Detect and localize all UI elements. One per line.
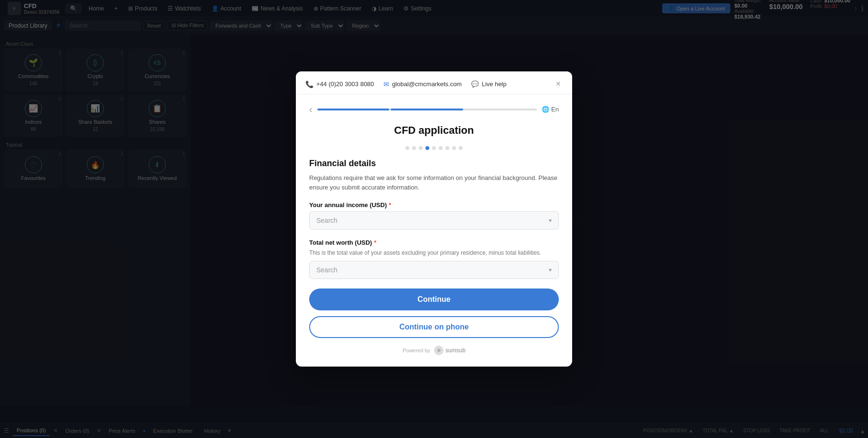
live-help-link[interactable]: 💬 Live help (471, 80, 506, 88)
modal-close-button[interactable]: × (554, 79, 563, 89)
progress-seg-1 (317, 109, 390, 110)
chat-icon: 💬 (471, 80, 479, 88)
globe-icon: 🌐 (542, 106, 549, 113)
dot-6 (439, 146, 443, 150)
modal-header: 📞 +44 (0)20 3003 8080 ✉ global@cmcmarket… (296, 71, 572, 94)
dot-7 (445, 146, 449, 150)
dot-3 (419, 146, 423, 150)
annual-income-dropdown[interactable]: Search ▾ (309, 211, 559, 229)
email-contact: ✉ global@cmcmarkets.com (384, 80, 462, 88)
language-label: En (551, 106, 559, 113)
section-description: Regulations require that we ask for some… (309, 173, 559, 192)
sumsub-icon: ⊛ (434, 346, 444, 355)
phone-number: +44 (0)20 3003 8080 (316, 80, 374, 88)
sumsub-name: sumsub (445, 347, 465, 354)
annual-income-placeholder: Search (316, 217, 337, 224)
powered-by: Powered by ⊛ sumsub (309, 346, 559, 355)
dot-1 (405, 146, 409, 150)
chevron-down-icon-2: ▾ (549, 267, 552, 273)
email-icon: ✉ (384, 80, 389, 88)
modal-body: ‹ 🌐 En CFD application (296, 94, 572, 367)
required-star-income: * (389, 201, 391, 209)
modal-title: CFD application (309, 124, 559, 137)
cfd-application-modal: 📞 +44 (0)20 3003 8080 ✉ global@cmcmarket… (296, 71, 572, 367)
chevron-down-icon: ▾ (549, 217, 552, 224)
phone-contact: 📞 +44 (0)20 3003 8080 (305, 80, 374, 88)
modal-overlay[interactable]: 📞 +44 (0)20 3003 8080 ✉ global@cmcmarket… (0, 0, 868, 438)
contact-info: 📞 +44 (0)20 3003 8080 ✉ global@cmcmarket… (305, 80, 506, 88)
email-address: global@cmcmarkets.com (392, 80, 462, 88)
progress-bar-row: ‹ 🌐 En (309, 104, 559, 115)
dot-4 (425, 146, 429, 150)
live-help-label: Live help (482, 80, 506, 88)
progress-track (317, 109, 537, 110)
continue-phone-button[interactable]: Continue on phone (309, 316, 559, 338)
sumsub-logo: ⊛ sumsub (434, 346, 465, 355)
annual-income-label: Your annual income (USD) * (309, 201, 559, 209)
required-star-net-worth: * (374, 239, 376, 246)
continue-button[interactable]: Continue (309, 289, 559, 310)
language-button[interactable]: 🌐 En (542, 106, 559, 113)
back-button[interactable]: ‹ (309, 104, 313, 115)
dot-2 (412, 146, 416, 150)
dot-5 (432, 146, 436, 150)
progress-seg-3 (464, 109, 537, 110)
progress-seg-2 (391, 109, 463, 110)
phone-icon: 📞 (305, 80, 313, 88)
net-worth-label: Total net worth (USD) * (309, 239, 559, 246)
dot-9 (459, 146, 463, 150)
step-dots (309, 146, 559, 150)
section-title: Financial details (309, 159, 559, 169)
powered-by-text: Powered by (403, 348, 430, 353)
net-worth-placeholder: Search (316, 266, 337, 274)
net-worth-dropdown[interactable]: Search ▾ (309, 261, 559, 279)
net-worth-description: This is the total value of your assets e… (309, 249, 559, 257)
dot-8 (452, 146, 456, 150)
